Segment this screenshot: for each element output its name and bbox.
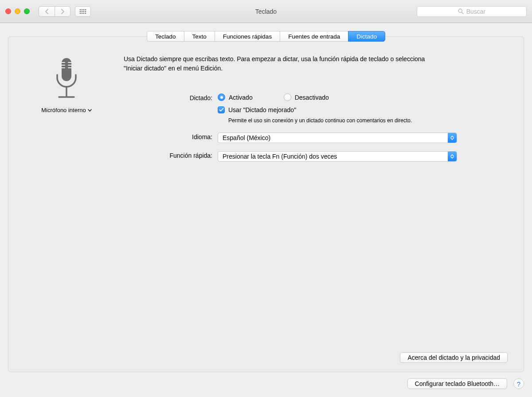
titlebar: Teclado Buscar: [0, 0, 532, 23]
svg-point-2: [83, 9, 85, 10]
window-footer: Configurar teclado Bluetooth… ?: [8, 378, 524, 389]
checkbox-indicator: [218, 106, 225, 113]
popup-stepper-icon: [448, 133, 457, 143]
search-placeholder: Buscar: [466, 8, 486, 15]
radio-activado-label: Activado: [229, 94, 253, 101]
help-button[interactable]: ?: [513, 378, 524, 389]
chevron-down-icon: [88, 109, 92, 112]
svg-point-1: [82, 9, 83, 10]
svg-point-0: [80, 9, 81, 10]
shortcut-popup[interactable]: Presionar la tecla Fn (Función) dos vece…: [218, 151, 457, 162]
idioma-value: Español (México): [223, 134, 270, 141]
svg-point-11: [85, 12, 86, 14]
svg-rect-14: [62, 58, 71, 81]
checkbox-label: Usar "Dictado mejorado": [228, 106, 296, 113]
tab-funciones-rapidas[interactable]: Funciones rápidas: [215, 31, 280, 42]
checkbox-dictado-mejorado[interactable]: Usar "Dictado mejorado": [218, 106, 296, 113]
microphone-icon: [53, 57, 80, 100]
funcion-rapida-label: Función rápida:: [124, 151, 212, 159]
show-all-button[interactable]: [75, 6, 91, 17]
svg-point-9: [82, 12, 83, 14]
zoom-window-button[interactable]: [24, 8, 30, 14]
privacy-button[interactable]: Acerca del dictado y la privacidad: [400, 352, 508, 363]
svg-point-10: [83, 12, 85, 14]
svg-point-4: [80, 11, 81, 12]
idioma-label: Idioma:: [124, 132, 212, 140]
microphone-select[interactable]: Micrófono interno: [41, 107, 91, 113]
svg-line-13: [462, 12, 463, 14]
radio-desactivado[interactable]: Desactivado: [284, 93, 329, 101]
svg-point-6: [83, 11, 85, 12]
bluetooth-keyboard-button[interactable]: Configurar teclado Bluetooth…: [407, 378, 507, 389]
svg-point-5: [82, 11, 83, 12]
check-icon: [219, 107, 224, 113]
radio-activado[interactable]: Activado: [218, 93, 253, 101]
svg-point-7: [85, 11, 86, 12]
shortcut-value: Presionar la tecla Fn (Función) dos vece…: [223, 153, 337, 160]
tab-fuentes-entrada[interactable]: Fuentes de entrada: [280, 31, 348, 42]
tab-dictado[interactable]: Dictado: [348, 31, 385, 42]
forward-button[interactable]: [55, 6, 70, 17]
microphone-column: Micrófono interno: [24, 54, 109, 162]
radio-desactivado-label: Desactivado: [295, 94, 329, 101]
window-controls: [5, 8, 30, 14]
minimize-window-button[interactable]: [15, 8, 20, 14]
window-body: Teclado Texto Funciones rápidas Fuentes …: [0, 23, 532, 397]
microphone-label: Micrófono interno: [41, 107, 86, 113]
checkbox-subtext: Permite el uso sin conexión y un dictado…: [228, 117, 412, 125]
dictado-label: Dictado:: [124, 93, 212, 101]
tab-teclado[interactable]: Teclado: [147, 31, 184, 42]
settings-column: Usa Dictado siempre que escribas texto. …: [124, 54, 508, 162]
dictation-panel: Micrófono interno Usa Dictado siempre qu…: [8, 36, 524, 372]
popup-stepper-icon: [448, 152, 457, 161]
radio-activado-indicator: [218, 93, 225, 101]
nav-buttons: [39, 6, 70, 17]
back-button[interactable]: [39, 6, 55, 17]
svg-point-3: [85, 9, 86, 10]
search-icon: [458, 8, 464, 14]
tab-texto[interactable]: Texto: [184, 31, 215, 42]
radio-desactivado-indicator: [284, 93, 291, 101]
idioma-popup[interactable]: Español (México): [218, 132, 457, 143]
svg-point-8: [80, 12, 81, 14]
tab-bar: Teclado Texto Funciones rápidas Fuentes …: [8, 31, 524, 42]
search-field[interactable]: Buscar: [417, 6, 527, 17]
close-window-button[interactable]: [5, 8, 11, 14]
dictation-description: Usa Dictado siempre que escribas texto. …: [124, 54, 443, 73]
